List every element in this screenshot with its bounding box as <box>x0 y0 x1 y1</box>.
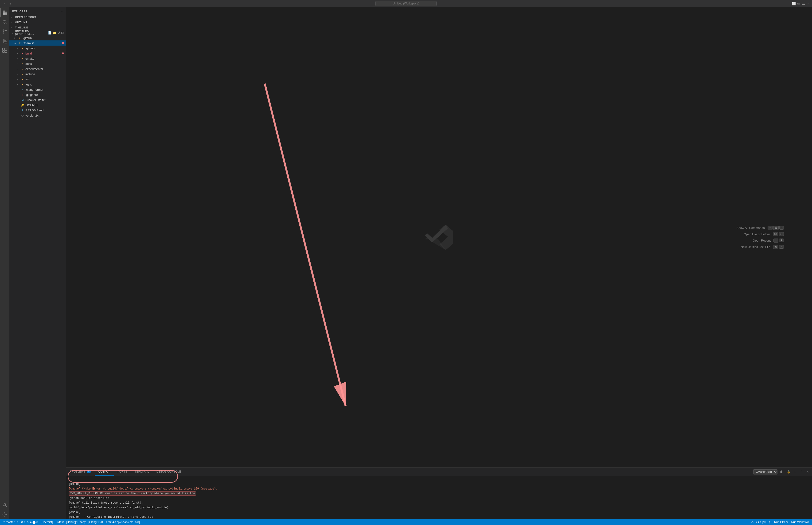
status-debug[interactable]: ▷ <box>768 521 773 524</box>
build-folder-icon: ▸ <box>21 51 25 55</box>
panel-maximize-button[interactable]: ⌃ <box>799 469 804 474</box>
branch-icon: ⑂ <box>3 521 5 524</box>
workspace-new-folder-icon[interactable]: 📁 <box>52 31 57 34</box>
svg-point-2 <box>3 20 6 24</box>
statusbar: ⑂ master ↺ ✕ 1 ⚠ 4 ⬤ 0 [Chemist] CMake: … <box>0 519 812 525</box>
sidebar-section-open-editors[interactable]: › OPEN EDITORS <box>10 15 66 20</box>
tree-item-cmakelists[interactable]: › M CMakeLists.txt <box>10 97 66 103</box>
readme-icon: ℹ <box>21 108 25 112</box>
editor-area: Show All Commands ⌃ ⌘ P Open File or Fol… <box>66 7 812 467</box>
window-control-layout1[interactable]: ⬜ <box>792 2 796 5</box>
workspace-collapse-icon[interactable]: ⊟ <box>61 31 64 34</box>
status-cmake[interactable]: CMake: [Debug]: Ready <box>54 519 87 525</box>
show-commands-keys: ⌃ ⌘ P <box>768 226 784 230</box>
tree-item-include[interactable]: › ▸ include <box>10 72 66 77</box>
tree-item-experimental[interactable]: › ▸ experimental <box>10 66 66 72</box>
tree-item-readme[interactable]: › ℹ README.md <box>10 108 66 113</box>
status-branch[interactable]: ⑂ master ↺ <box>2 519 19 525</box>
activity-item-accounts[interactable] <box>0 500 10 510</box>
output-line-1: … <box>66 477 812 482</box>
workspace-refresh-icon[interactable]: ↺ <box>58 31 60 34</box>
tree-item-github[interactable]: › ▸ .github <box>10 35 66 41</box>
build-chevron: › <box>17 52 21 55</box>
tree-item-license[interactable]: › 🔑 LICENSE <box>10 103 66 108</box>
warning-icon: ⚠ <box>26 521 29 524</box>
tree-item-src[interactable]: › ▸ src <box>10 77 66 82</box>
output-channel-dropdown[interactable]: CMake/Build <box>753 469 778 475</box>
activity-item-settings[interactable] <box>0 510 10 519</box>
tree-item-gitignore[interactable]: › ◇ .gitignore <box>10 92 66 97</box>
open-recent-label: Open Recent <box>753 239 771 242</box>
problems-badge: 5 <box>87 470 91 473</box>
key-n: N <box>779 245 784 249</box>
cmake-status-label: CMake: [Debug]: Ready <box>56 521 86 524</box>
gitignore-label: .gitignore <box>25 93 66 96</box>
tab-debug-console[interactable]: DEBUG CONSOLE <box>153 468 185 476</box>
tree-item-tests[interactable]: › ▸ tests <box>10 82 66 87</box>
nav-forward-button[interactable]: › <box>9 1 13 6</box>
tree-item-cmake[interactable]: › ▸ cmake <box>10 56 66 61</box>
chemist-modified-badge <box>62 42 64 44</box>
cmake-label: cmake <box>25 57 66 60</box>
panel-clear-button[interactable] <box>778 469 784 474</box>
tab-output[interactable]: OUTPUT <box>95 468 114 476</box>
tab-terminal[interactable]: TERMINAL <box>131 468 153 476</box>
tree-item-build[interactable]: › ▸ build <box>10 51 66 56</box>
status-build[interactable]: ⚙ Build [all] <box>750 521 768 524</box>
activity-item-explorer[interactable] <box>0 8 10 17</box>
chemist-chevron: ⌄ <box>14 42 18 44</box>
panel-actions: CMake/Build 🔒 ··· ⌃ ✕ <box>753 469 812 475</box>
activity-item-source-control[interactable] <box>0 27 10 36</box>
panel: PROBLEMS 5 OUTPUT PORTS TERMINAL DEBUG C… <box>66 467 812 519</box>
sidebar-section-workspace[interactable]: ⌄ UNTITLED (WORKSPA...) 📄 📁 ↺ ⊟ <box>10 30 66 35</box>
workspace-new-file-icon[interactable]: 📄 <box>48 31 52 34</box>
tree-item-clang-format[interactable]: › ≡ .clang-format <box>10 87 66 92</box>
sidebar-more-button[interactable]: ··· <box>59 9 63 14</box>
svg-point-14 <box>4 514 5 515</box>
sidebar-section-outline[interactable]: › OUTLINE <box>10 20 66 25</box>
tests-chevron: › <box>17 83 21 86</box>
github-label: .github <box>22 36 66 40</box>
tree-item-docs[interactable]: › ▸ docs <box>10 61 66 66</box>
tree-item-chemist-github[interactable]: › ▸ .github <box>10 46 66 51</box>
tab-ports[interactable]: PORTS <box>114 468 131 476</box>
output-line-4: NWX_MODULE_DIRECTORY must be set to the … <box>66 491 812 496</box>
activity-bar <box>0 7 10 519</box>
svg-rect-11 <box>3 50 4 52</box>
panel-more-button[interactable]: ··· <box>793 469 798 474</box>
panel-lock-button[interactable]: 🔒 <box>785 469 792 474</box>
tests-folder-icon: ▸ <box>21 82 25 86</box>
cmake-folder-icon: ▸ <box>21 57 25 60</box>
nav-back-button[interactable]: ‹ <box>3 1 7 6</box>
status-run-workflow[interactable]: Run Workflow <box>790 521 810 524</box>
status-run-cpack[interactable]: Run CPack <box>773 521 790 524</box>
tab-problems[interactable]: PROBLEMS 5 <box>66 468 95 476</box>
svg-rect-10 <box>5 48 7 50</box>
readme-label: README.md <box>25 108 66 112</box>
output-label: OUTPUT <box>98 470 110 473</box>
status-chemist[interactable]: [Chemist] <box>40 519 54 525</box>
activity-item-run[interactable] <box>0 36 10 46</box>
window-control-more[interactable]: ··· <box>806 2 809 5</box>
tree-item-version[interactable]: › ◌ version.txt <box>10 113 66 118</box>
sidebar-section-timeline[interactable]: › TIMELINE <box>10 25 66 30</box>
command-search-input[interactable] <box>376 1 436 6</box>
status-clang[interactable]: [Clang 15.0.0 arm64-apple-darwin23.6.0] <box>87 519 141 525</box>
window-control-layout2[interactable]: ▭ <box>797 2 800 5</box>
activity-item-search[interactable] <box>0 17 10 27</box>
panel-close-button[interactable]: ✕ <box>805 469 810 474</box>
version-icon: ◌ <box>21 114 25 117</box>
error-icon: ✕ <box>21 521 23 524</box>
open-file-keys: ⌘ O <box>773 232 784 236</box>
svg-point-4 <box>3 32 4 33</box>
include-folder-icon: ▸ <box>21 72 25 76</box>
window-control-layout3[interactable]: ▬ <box>802 2 805 5</box>
ports-label: PORTS <box>118 470 127 473</box>
key-cmd: ⌘ <box>773 226 779 230</box>
chemist-label: [Chemist] <box>41 521 53 524</box>
panel-content[interactable]: … [cmake] [cmake] CMake Error at build/_… <box>66 476 812 519</box>
status-errors[interactable]: ✕ 1 ⚠ 4 ⬤ 0 <box>19 519 40 525</box>
version-label: version.txt <box>25 114 66 117</box>
tree-item-chemist[interactable]: ⌄ ▾ Chemist <box>10 41 66 46</box>
activity-item-extensions[interactable] <box>0 46 10 55</box>
